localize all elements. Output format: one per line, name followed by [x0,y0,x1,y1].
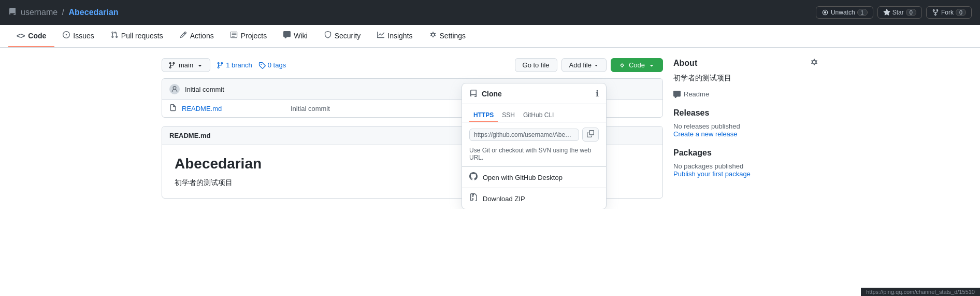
open-desktop-action[interactable]: Open with GitHub Desktop [462,167,606,188]
avatar [169,84,180,94]
branch-count: 1 branch [226,61,252,69]
star-label: Star [892,9,904,16]
file-icon [169,104,177,113]
clone-tab-ssh[interactable]: SSH [498,109,519,122]
fork-label: Fork [941,9,954,16]
tab-projects-label: Projects [241,32,267,40]
tab-security[interactable]: Security [316,25,369,47]
packages-title: Packages [673,148,818,158]
action-buttons: Go to file Add file Code [515,58,663,72]
go-to-file-button[interactable]: Go to file [515,58,557,72]
about-description: 初学者的测试项目 [673,74,818,83]
wiki-icon [283,31,291,40]
tab-issues-label: Issues [73,32,94,40]
releases-no: No releases published [673,122,740,130]
zip-icon [469,193,478,204]
publish-package-link[interactable]: Publish your first package [673,170,818,178]
copy-url-button[interactable] [582,128,599,142]
tab-insights-label: Insights [387,32,412,40]
branch-count-link[interactable]: 1 branch [217,61,252,69]
download-zip-label: Download ZIP [483,195,525,203]
repo-title[interactable]: Abecedarian [69,8,119,17]
readme-label[interactable]: Readme [684,90,709,98]
tags-count: 0 tags [268,61,286,69]
nav-tabs: <> Code Issues Pull requests Actions Pro… [0,25,980,48]
settings-icon [429,31,437,40]
clone-tab-cli[interactable]: GitHub CLI [519,109,558,122]
clone-info-icon: ℹ [596,89,599,98]
projects-icon [230,31,238,40]
clone-title: Clone [469,90,502,98]
main-content: main 1 branch 0 tags Go to file Add file [153,48,827,209]
desktop-icon [469,172,478,182]
unwatch-label: Unwatch [831,9,855,16]
about-header: About [673,58,818,68]
code-button[interactable]: Code [611,58,663,72]
tab-settings[interactable]: Settings [421,25,474,47]
security-icon [324,31,332,40]
repo-name: username / Abecedarian [21,8,119,17]
tags-count-link[interactable]: 0 tags [258,61,286,69]
clone-dropdown: Clone ℹ HTTPS SSH GitHub CLI https://git… [462,83,607,209]
code-icon: <> [17,32,25,40]
tab-issues[interactable]: Issues [54,25,102,47]
tab-actions-label: Actions [190,32,214,40]
tab-code[interactable]: <> Code [8,25,54,47]
tab-pr-label: Pull requests [121,32,163,40]
clone-url-row: https://github.com/username/Abeceda [462,122,606,147]
repo-icon [8,8,17,18]
pr-icon [111,31,118,40]
tab-security-label: Security [335,32,361,40]
tab-wiki[interactable]: Wiki [275,25,315,47]
tab-pull-requests[interactable]: Pull requests [103,25,171,47]
clone-header: Clone ℹ [462,83,606,104]
tab-projects[interactable]: Projects [222,25,276,47]
tab-insights[interactable]: Insights [369,25,421,47]
star-count: 0 [906,9,916,16]
open-desktop-label: Open with GitHub Desktop [483,174,563,181]
branch-name: main [179,61,193,69]
readme-link: Readme [673,90,818,98]
tab-code-label: Code [28,32,46,40]
tab-actions[interactable]: Actions [171,25,222,47]
file-name[interactable]: README.md [182,105,285,112]
add-file-button[interactable]: Add file [561,58,607,72]
branch-bar: main 1 branch 0 tags Go to file Add file [162,58,663,72]
unwatch-count: 1 [857,9,868,16]
clone-hint: Use Git or checkout with SVN using the w… [462,147,606,167]
clone-tabs: HTTPS SSH GitHub CLI [462,104,606,122]
insights-icon [377,31,384,40]
clone-tab-https[interactable]: HTTPS [469,109,498,122]
branch-button[interactable]: main [162,58,210,72]
packages-no: No packages published [673,162,743,170]
commit-message: Initial commit [185,86,224,93]
tab-settings-label: Settings [440,32,466,40]
unwatch-button[interactable]: Unwatch 1 [816,6,873,19]
issues-icon [63,31,70,40]
about-section: About 初学者的测试项目 Readme Releases No releas… [673,58,818,199]
releases-title: Releases [673,108,818,118]
create-release-link[interactable]: Create a new release [673,130,818,138]
about-title: About [673,59,697,68]
clone-dropdown-title: Clone [482,90,502,98]
about-gear-button[interactable] [810,58,818,68]
download-zip-action[interactable]: Download ZIP [462,188,606,209]
fork-button[interactable]: Fork 0 [926,6,972,19]
clone-url-input[interactable]: https://github.com/username/Abeceda [469,129,579,141]
top-bar-actions: Unwatch 1 Star 0 Fork 0 [816,6,972,19]
top-bar: username / Abecedarian Unwatch 1 Star 0 … [0,0,980,25]
actions-icon [180,31,187,40]
star-button[interactable]: Star 0 [877,6,922,19]
owner-name[interactable]: username [21,8,57,17]
fork-count: 0 [956,9,966,16]
tab-wiki-label: Wiki [294,32,307,40]
